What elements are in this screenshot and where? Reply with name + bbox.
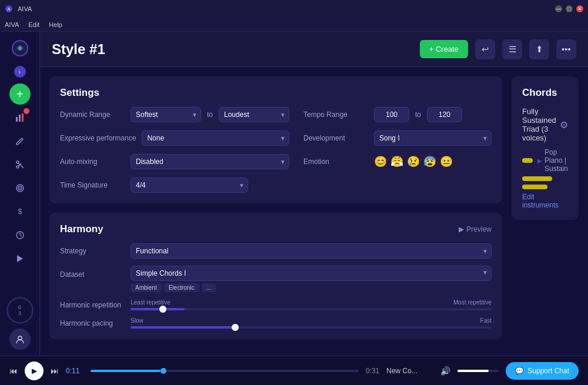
- create-button[interactable]: + Create: [420, 40, 468, 58]
- volume-slider[interactable]: [457, 370, 499, 372]
- menu-aiva[interactable]: AIVA: [5, 21, 19, 28]
- harmonic-pacing-slider[interactable]: Slow Fast: [131, 317, 492, 329]
- tag-electronic[interactable]: Electronic: [164, 283, 199, 292]
- expressive-performance-select[interactable]: NoneLightMediumHeavy ▼: [142, 130, 289, 146]
- progress-handle[interactable]: [161, 368, 166, 374]
- dataset-row: Dataset Simple Chords ISimple Chords IIA…: [60, 266, 492, 292]
- app-title: AIVA: [18, 5, 32, 12]
- slider-thumb-1[interactable]: [159, 306, 166, 313]
- skip-forward-button[interactable]: ⏭: [51, 366, 59, 376]
- emotion-sad[interactable]: 😢: [407, 155, 420, 168]
- scissors-icon[interactable]: [9, 154, 31, 175]
- chords-card: Chords Fully Sustained Triad (3 voices) …: [512, 76, 579, 220]
- list-button[interactable]: ☰: [502, 39, 522, 59]
- settings-card: Settings Dynamic Range SoftestSoftMedium…: [49, 76, 502, 203]
- harmonic-repetition-row: Harmonic repetition Least repetitive Mos…: [60, 299, 492, 310]
- dataset-input[interactable]: Simple Chords ISimple Chords IIAdvanced …: [131, 266, 492, 281]
- dollar-icon[interactable]: $: [9, 201, 31, 222]
- play-triangle-icon-main: ▶: [32, 367, 37, 375]
- emotion-happy[interactable]: 😊: [374, 155, 387, 168]
- support-chat-button[interactable]: 💬 Support Chat: [506, 362, 579, 380]
- slider-thumb-2[interactable]: [232, 324, 239, 331]
- development-input[interactable]: Song ISong IIMinimal: [374, 130, 492, 146]
- harmonic-repetition-slider[interactable]: Least repetitive Most repetitive: [131, 299, 492, 310]
- emotion-row: Emotion 😊 😤 😢 😰 😐: [303, 154, 492, 169]
- track-name: New Co...: [386, 367, 433, 375]
- time-signature-row: Time Signature 4/43/46/82/4 ▼: [60, 178, 289, 193]
- tempo-range-row: Tempo Range 100 to 120: [303, 107, 492, 122]
- svg-marker-18: [17, 255, 23, 262]
- upload-button[interactable]: ⬆: [529, 39, 549, 59]
- strategy-select[interactable]: FunctionalRandomCustom ▼: [131, 243, 492, 259]
- play-icon-chord[interactable]: ▶: [537, 158, 542, 164]
- chord-bar-1: [522, 158, 533, 163]
- expressive-performance-label: Expressive performance: [60, 134, 136, 142]
- tag-ambient[interactable]: Ambient: [131, 283, 162, 292]
- end-time: 0:31: [366, 367, 379, 375]
- chord-bar-3: [522, 185, 547, 189]
- time-signature-select[interactable]: 4/43/46/82/4 ▼: [131, 178, 248, 193]
- sidebar-expand-button[interactable]: ›: [14, 66, 26, 78]
- harmonic-repetition-label: Harmonic repetition: [60, 301, 125, 309]
- close-button[interactable]: ✕: [576, 5, 583, 12]
- slow-label: Slow: [131, 317, 143, 324]
- add-button[interactable]: +: [9, 83, 31, 105]
- radio-icon[interactable]: [9, 178, 31, 199]
- play-pause-button[interactable]: ▶: [25, 361, 44, 380]
- svg-rect-6: [22, 113, 24, 122]
- time-signature-input[interactable]: 4/43/46/82/4: [131, 178, 248, 193]
- chord-settings-button[interactable]: ⚙: [560, 119, 568, 130]
- svg-text:$: $: [18, 207, 22, 216]
- dynamic-range-from-input[interactable]: SoftestSoftMediumLoudLoudest: [131, 107, 201, 122]
- emotion-neutral[interactable]: 😐: [440, 155, 453, 168]
- menu-edit[interactable]: Edit: [28, 21, 39, 28]
- least-repetitive-label: Least repetitive: [131, 299, 171, 306]
- edit-icon[interactable]: [9, 130, 31, 152]
- harmony-card: Harmony ▶ Preview Strategy FunctionalRan…: [49, 213, 502, 339]
- menu-help[interactable]: Help: [49, 21, 62, 28]
- dataset-tags: Ambient Electronic ...: [131, 283, 492, 292]
- volume-icon[interactable]: 🔊: [440, 366, 450, 376]
- strategy-row: Strategy FunctionalRandomCustom ▼: [60, 243, 492, 259]
- tempo-to-input[interactable]: 120: [427, 107, 462, 122]
- user-avatar[interactable]: [9, 329, 31, 350]
- emotion-angry[interactable]: 😤: [390, 155, 403, 168]
- auto-mixing-select[interactable]: DisabledEnabled ▼: [131, 154, 289, 169]
- svg-point-19: [18, 336, 22, 340]
- page-title: Style #1: [52, 41, 413, 58]
- auto-mixing-input[interactable]: DisabledEnabled: [131, 154, 289, 169]
- edit-instruments-link[interactable]: Edit instruments: [522, 193, 568, 209]
- slider-labels-2: Slow Fast: [131, 317, 492, 324]
- development-select[interactable]: Song ISong IIMinimal ▼: [374, 130, 492, 146]
- progress-bar[interactable]: [91, 370, 359, 372]
- minimize-button[interactable]: —: [555, 5, 562, 12]
- preview-button[interactable]: ▶ Preview: [459, 225, 492, 233]
- tempo-range-label: Tempo Range: [303, 111, 368, 119]
- strategy-input[interactable]: FunctionalRandomCustom: [131, 243, 492, 259]
- settings-grid: Dynamic Range SoftestSoftMediumLoudLoude…: [60, 107, 492, 193]
- back-button[interactable]: ↩: [475, 39, 495, 59]
- tempo-from-input[interactable]: 100: [374, 107, 409, 122]
- harmonic-pacing-row: Harmonic pacing Slow Fast: [60, 317, 492, 329]
- dynamic-range-to-input[interactable]: SoftestSoftMediumLoudLoudest: [219, 107, 289, 122]
- analytics-icon[interactable]: 1: [9, 107, 31, 128]
- dataset-select[interactable]: Simple Chords ISimple Chords IIAdvanced …: [131, 266, 492, 281]
- play-icon[interactable]: [9, 248, 31, 269]
- dynamic-range-to-select[interactable]: SoftestSoftMediumLoudLoudest ▼: [219, 107, 289, 122]
- instrument-name: Pop Piano | Sustain: [544, 148, 568, 173]
- expressive-performance-input[interactable]: NoneLightMediumHeavy: [142, 130, 289, 146]
- volume-control[interactable]: 0 3: [6, 297, 34, 324]
- dynamic-range-from-select[interactable]: SoftestSoftMediumLoudLoudest ▼: [131, 107, 201, 122]
- chord-bar-row-1: ▶ Pop Piano | Sustain: [522, 148, 568, 173]
- volume-top: 0: [18, 304, 21, 310]
- clock-icon[interactable]: [9, 225, 31, 246]
- content-header: Style #1 + Create ↩ ☰ ⬆ •••: [40, 32, 588, 67]
- emotion-scared[interactable]: 😰: [423, 155, 436, 168]
- development-row: Development Song ISong IIMinimal ▼: [303, 130, 492, 146]
- maximize-button[interactable]: □: [566, 5, 573, 12]
- chord-bar-row-3: [522, 185, 568, 189]
- skip-back-button[interactable]: ⏮: [9, 366, 18, 376]
- tag-more[interactable]: ...: [202, 283, 216, 292]
- more-button[interactable]: •••: [556, 39, 576, 59]
- dynamic-range-row: Dynamic Range SoftestSoftMediumLoudLoude…: [60, 107, 289, 122]
